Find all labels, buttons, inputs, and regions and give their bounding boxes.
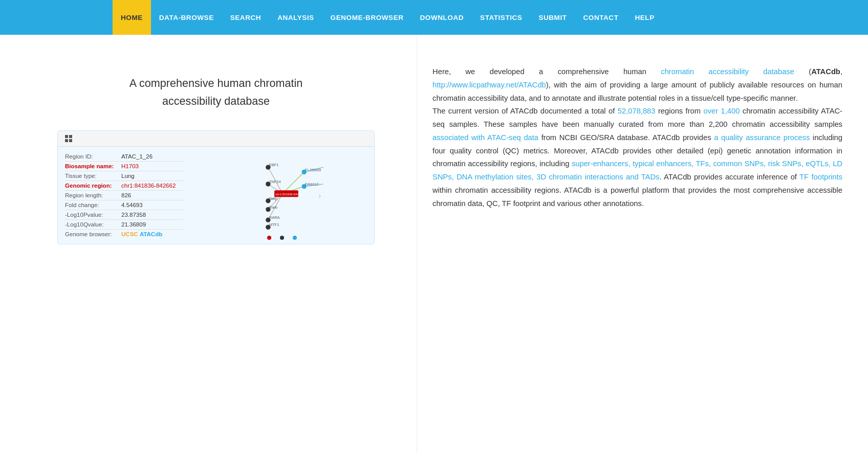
desc-p2-start: The current version of ATACdb documented…: [432, 107, 618, 115]
svg-text:RARA: RARA: [269, 215, 280, 220]
table-row: Biosample name:H1703: [65, 162, 184, 171]
legend-accessible: [267, 236, 273, 240]
table-row: Region length:826: [65, 191, 184, 200]
nav-item-home[interactable]: HOME: [113, 0, 151, 35]
svg-text:FAM41C: FAM41C: [305, 183, 319, 186]
desc-p2-mid5: . ATACdb provides accurate inference of: [659, 173, 799, 181]
legend-tf: [280, 236, 286, 240]
rt-label: Genomic region:: [65, 183, 121, 189]
nav-item-help[interactable]: HELP: [626, 0, 662, 35]
svg-text:FLJ39609: FLJ39609: [305, 168, 321, 172]
region-network: EBF1 ZNF24 Rarp Rarb RARA MTF1: [191, 147, 374, 244]
link-atacdb-url[interactable]: http://www.licpathway.net/ATACdb: [432, 81, 546, 89]
rt-label: Region ID:: [65, 153, 121, 160]
svg-text:MTF1: MTF1: [269, 223, 279, 228]
nav-item-analysis[interactable]: ANALYSIS: [269, 0, 322, 35]
rt-value: ATAC_1_26: [121, 153, 153, 160]
nav-item-search[interactable]: SEARCH: [222, 0, 269, 35]
network-svg: EBF1 ZNF24 Rarp Rarb RARA MTF1: [195, 153, 370, 234]
rt-label: -Log10Qvalue:: [65, 221, 121, 228]
nav-item-download[interactable]: DOWNLOAD: [412, 0, 472, 35]
link-atacdb-genome[interactable]: ATACdb: [140, 231, 162, 237]
desc-p1-mid1: (ATACdb,: [794, 67, 842, 76]
rt-label: Region length:: [65, 192, 121, 198]
rt-value: H1703: [121, 163, 139, 169]
desc-p2-mid: regions from: [655, 107, 703, 115]
left-panel: A comprehensive human chromatinaccessibi…: [0, 35, 417, 453]
link-ucsc[interactable]: UCSC: [121, 231, 138, 237]
grid-icon: [65, 135, 72, 142]
rt-value: chr1:841836-842662: [121, 183, 176, 189]
link-atac-seq-data[interactable]: associated with ATAC-seq data: [432, 133, 538, 142]
right-panel: Here, we developed a comprehensive human…: [417, 35, 868, 453]
table-row: -Log10Pvalue:23.87358: [65, 210, 184, 220]
link-chromatin-accessibility[interactable]: chromatin accessibility database: [661, 67, 794, 76]
table-row: Fold change:4.54693: [65, 200, 184, 210]
table-row: Genome browser:UCSC ATACdb: [65, 230, 184, 239]
rt-label: Biosample name:: [65, 163, 121, 169]
svg-text:ZNF24: ZNF24: [269, 179, 281, 184]
nav-item-genome-browser[interactable]: GENOME-BROWSER: [322, 0, 412, 35]
svg-text:›: ›: [318, 191, 321, 200]
count-regions: 52,078,883: [618, 107, 656, 115]
nav-item-contact[interactable]: CONTACT: [575, 0, 627, 35]
table-row: -Log10Qvalue:21.36809: [65, 220, 184, 230]
network-legend: [267, 236, 298, 240]
rt-label: Genome browser:: [65, 231, 121, 237]
rt-value: Lung: [121, 173, 135, 179]
table-row: Genomic region:chr1:841836-842662: [65, 181, 184, 191]
rt-label: Tissue type:: [65, 173, 121, 179]
table-row: Tissue type:Lung: [65, 171, 184, 181]
region-table: Region ID:ATAC_1_26Biosample name:H1703T…: [58, 147, 191, 244]
nav: HOMEDATA-BROWSESEARCHANALYSISGENOME-BROW…: [113, 0, 868, 35]
nav-item-statistics[interactable]: STATISTICS: [472, 0, 530, 35]
legend-gene: [293, 236, 298, 240]
rt-value: 826: [121, 192, 131, 198]
region-overview-header: [58, 131, 374, 147]
svg-text:Rarb: Rarb: [269, 205, 277, 210]
description: Here, we developed a comprehensive human…: [432, 65, 842, 210]
bold-atacdb: ATACdb: [811, 67, 840, 76]
region-overview-body: Region ID:ATAC_1_26Biosample name:H1703T…: [58, 147, 374, 244]
rt-value: 23.87358: [121, 212, 146, 218]
desc-p1-before: Here, we developed a comprehensive human: [432, 67, 661, 76]
rt-label: -Log10Pvalue:: [65, 212, 121, 218]
tagline: A comprehensive human chromatinaccessibi…: [129, 75, 302, 110]
svg-text:chr1:841836-842662: chr1:841836-842662: [275, 192, 305, 196]
link-tf-footprints[interactable]: TF footprints: [799, 173, 842, 181]
logo-area[interactable]: [0, 0, 113, 35]
nav-item-submit[interactable]: SUBMIT: [530, 0, 575, 35]
table-row: Region ID:ATAC_1_26: [65, 152, 184, 162]
count-samples: over 1,400: [703, 107, 740, 115]
rt-value: 21.36809: [121, 221, 146, 228]
desc-p2-end: within chromatin accessibility regions. …: [432, 186, 842, 208]
rt-value-links: UCSC ATACdb: [121, 231, 162, 237]
rt-value: 4.54693: [121, 202, 143, 208]
link-quality-assurance[interactable]: a quality assurance process: [714, 133, 810, 142]
rt-label: Fold change:: [65, 202, 121, 208]
main-content: A comprehensive human chromatinaccessibi…: [0, 35, 868, 453]
header: HOMEDATA-BROWSESEARCHANALYSISGENOME-BROW…: [0, 0, 868, 35]
region-overview-box: Region ID:ATAC_1_26Biosample name:H1703T…: [57, 130, 375, 244]
svg-text:EBF1: EBF1: [269, 163, 279, 167]
desc-p2-mid3: from NCBI GEO/SRA database. ATACdb provi…: [538, 133, 714, 142]
nav-item-data-browse[interactable]: DATA-BROWSE: [151, 0, 222, 35]
